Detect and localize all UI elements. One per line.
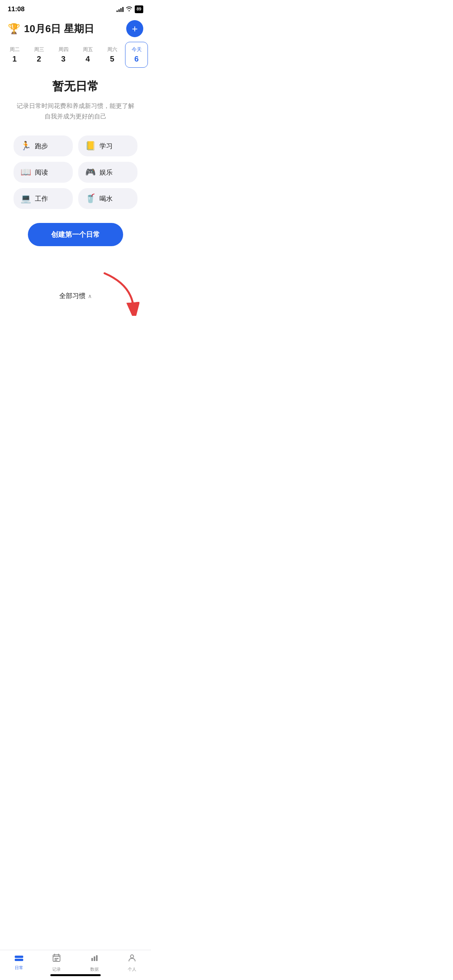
red-arrow bbox=[101, 269, 139, 316]
empty-title: 暂无日常 bbox=[52, 79, 99, 94]
habit-btn-工作[interactable]: 💻工作 bbox=[14, 188, 73, 209]
header-left: 🏆 10月6日 星期日 bbox=[8, 22, 94, 36]
wifi-icon bbox=[126, 6, 132, 12]
habit-btn-跑步[interactable]: 🏃跑步 bbox=[14, 135, 73, 156]
signal-icon bbox=[117, 7, 124, 12]
week-day-5[interactable]: 周六 5 bbox=[101, 42, 124, 68]
create-first-habit-button[interactable]: 创建第一个日常 bbox=[28, 223, 123, 246]
battery-icon: 89 bbox=[135, 5, 143, 13]
status-time: 11:08 bbox=[8, 5, 24, 13]
header: 🏆 10月6日 星期日 + bbox=[0, 17, 151, 42]
week-day-4[interactable]: 周五 4 bbox=[76, 42, 99, 68]
empty-desc: 记录日常时间花费和养成新习惯，能更了解自我并成为更好的自己 bbox=[17, 101, 134, 122]
habit-btn-阅读[interactable]: 📖阅读 bbox=[14, 162, 73, 183]
arrow-area: 全部习惯 ∧ bbox=[0, 277, 151, 339]
trophy-icon: 🏆 bbox=[8, 23, 20, 35]
add-button[interactable]: + bbox=[126, 20, 143, 37]
habit-btn-喝水[interactable]: 🥤喝水 bbox=[78, 188, 137, 209]
main-content: 暂无日常 记录日常时间花费和养成新习惯，能更了解自我并成为更好的自己 🏃跑步📒学… bbox=[0, 71, 151, 277]
habits-grid: 🏃跑步📒学习📖阅读🎮娱乐💻工作🥤喝水 bbox=[14, 135, 137, 209]
week-strip: 周二 1 周三 2 周四 3 周五 4 周六 5 今天 6 bbox=[0, 42, 151, 68]
header-date: 10月6日 星期日 bbox=[24, 22, 94, 36]
week-day-6[interactable]: 今天 6 bbox=[125, 42, 148, 68]
status-bar: 11:08 89 bbox=[0, 0, 151, 17]
week-day-3[interactable]: 周四 3 bbox=[52, 42, 75, 68]
status-icons: 89 bbox=[117, 5, 143, 13]
chevron-up-icon: ∧ bbox=[88, 293, 92, 299]
week-day-1[interactable]: 周二 1 bbox=[3, 42, 26, 68]
habit-btn-学习[interactable]: 📒学习 bbox=[78, 135, 137, 156]
habit-btn-娱乐[interactable]: 🎮娱乐 bbox=[78, 162, 137, 183]
week-day-2[interactable]: 周三 2 bbox=[27, 42, 50, 68]
all-habits-label: 全部习惯 ∧ bbox=[59, 291, 92, 300]
